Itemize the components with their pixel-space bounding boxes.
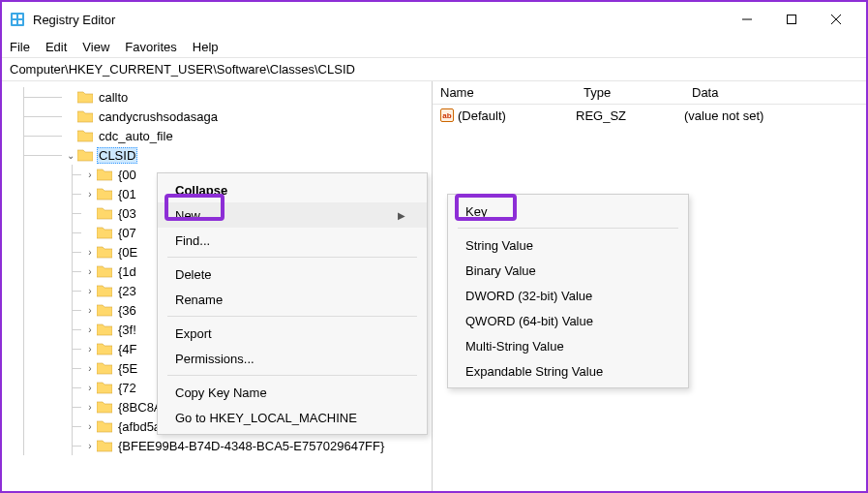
ctx-new-dword[interactable]: DWORD (32-bit) Value: [448, 283, 688, 308]
menu-file[interactable]: File: [10, 40, 30, 54]
ctx-goto-hklm[interactable]: Go to HKEY_LOCAL_MACHINE: [158, 405, 427, 430]
ctx-delete[interactable]: Delete: [158, 262, 427, 287]
maximize-button[interactable]: [769, 5, 814, 34]
minimize-button[interactable]: [725, 5, 769, 34]
svg-rect-3: [13, 20, 16, 24]
col-header-type[interactable]: Type: [576, 85, 684, 100]
tree-node-label: {BFEE99B4-B74D-4348-BCA5-E757029647FF}: [116, 439, 386, 453]
ctx-new-key[interactable]: Key: [448, 199, 688, 224]
tree-node[interactable]: callto: [12, 87, 432, 107]
ctx-collapse[interactable]: Collapse: [158, 177, 427, 202]
chevron-right-icon[interactable]: ›: [83, 363, 97, 374]
tree-node-label: CLSID: [97, 147, 137, 164]
chevron-right-icon[interactable]: ›: [83, 383, 97, 393]
menu-edit[interactable]: Edit: [45, 40, 67, 54]
folder-icon: [77, 129, 93, 142]
separator: [458, 228, 678, 229]
folder-icon: [97, 187, 112, 200]
tree-node-label: candycrushsodasaga: [97, 109, 220, 124]
ctx-new-multistring[interactable]: Multi-String Value: [448, 333, 688, 358]
window-controls: [725, 5, 858, 34]
tree-node-label: {00: [116, 168, 138, 182]
menu-bar: File Edit View Favorites Help: [2, 37, 866, 58]
chevron-right-icon[interactable]: ›: [83, 344, 97, 354]
folder-icon: [97, 361, 112, 375]
tree-node-label: {4F: [116, 342, 139, 356]
menu-view[interactable]: View: [82, 40, 109, 54]
tree-node[interactable]: candycrushsodasaga: [12, 107, 432, 126]
tree-node-label: {03: [116, 206, 138, 221]
address-bar[interactable]: Computer\HKEY_CURRENT_USER\Software\Clas…: [2, 58, 866, 81]
folder-icon: [97, 381, 112, 394]
ctx-copy-key-name[interactable]: Copy Key Name: [158, 380, 427, 405]
separator: [167, 375, 417, 376]
ctx-new-label: New: [175, 208, 200, 223]
tree-node-label: callto: [97, 90, 130, 105]
folder-icon: [97, 284, 112, 297]
tree-node-label: {72: [116, 381, 138, 395]
values-header: Name Type Data: [433, 81, 866, 105]
folder-icon: [97, 400, 112, 414]
address-path: Computer\HKEY_CURRENT_USER\Software\Clas…: [10, 62, 355, 77]
ctx-new-string[interactable]: String Value: [448, 232, 688, 258]
folder-icon: [97, 206, 112, 220]
chevron-right-icon[interactable]: ›: [83, 266, 97, 277]
tree-node-label: {01: [116, 187, 138, 201]
close-button[interactable]: [814, 5, 858, 34]
chevron-right-icon[interactable]: ›: [83, 441, 97, 451]
separator: [167, 257, 417, 258]
tree-node-label: cdc_auto_file: [97, 129, 175, 143]
folder-icon: [97, 245, 112, 259]
chevron-right-icon[interactable]: ›: [83, 169, 97, 180]
context-submenu-new: Key String Value Binary Value DWORD (32-…: [447, 194, 689, 388]
app-icon: [10, 12, 25, 27]
chevron-down-icon[interactable]: ⌄: [64, 150, 77, 161]
main-split: calltocandycrushsodasagacdc_auto_file⌄CL…: [2, 81, 866, 491]
ctx-find[interactable]: Find...: [158, 228, 427, 253]
ctx-new-expstring[interactable]: Expandable String Value: [448, 358, 688, 384]
svg-rect-6: [788, 15, 796, 24]
svg-rect-1: [13, 15, 16, 18]
window-title: Registry Editor: [33, 13, 115, 27]
values-body: ab(Default)REG_SZ(value not set): [433, 105, 866, 126]
chevron-right-icon[interactable]: ›: [83, 324, 97, 335]
ctx-new[interactable]: New ▶: [158, 202, 427, 228]
chevron-right-icon[interactable]: ›: [83, 421, 97, 432]
chevron-right-icon[interactable]: ›: [83, 189, 97, 200]
tree-node-label: {36: [116, 303, 138, 318]
menu-help[interactable]: Help: [193, 40, 219, 54]
folder-icon: [97, 226, 112, 239]
folder-icon: [97, 264, 112, 278]
ctx-new-qword[interactable]: QWORD (64-bit) Value: [448, 308, 688, 333]
tree-node[interactable]: ›{BFEE99B4-B74D-4348-BCA5-E757029647FF}: [12, 436, 432, 455]
tree-node[interactable]: cdc_auto_file: [12, 126, 432, 145]
chevron-right-icon[interactable]: ›: [83, 247, 97, 258]
folder-icon: [97, 168, 112, 181]
tree-node-label: {3f!: [116, 323, 138, 337]
menu-favorites[interactable]: Favorites: [125, 40, 176, 54]
value-row[interactable]: ab(Default)REG_SZ(value not set): [433, 105, 866, 126]
folder-icon: [97, 439, 112, 452]
col-header-data[interactable]: Data: [684, 85, 866, 100]
tree-node-label: {07: [116, 226, 138, 240]
chevron-right-icon[interactable]: ›: [83, 305, 97, 316]
title-bar: Registry Editor: [2, 2, 866, 37]
folder-icon: [97, 323, 112, 336]
folder-icon: [97, 419, 112, 433]
folder-icon: [77, 148, 93, 162]
tree-node[interactable]: ⌄CLSID: [12, 145, 432, 165]
ctx-permissions[interactable]: Permissions...: [158, 346, 427, 371]
svg-rect-4: [18, 20, 22, 24]
value-data: (value not set): [684, 108, 866, 123]
chevron-right-icon: ▶: [398, 210, 405, 221]
ctx-rename[interactable]: Rename: [158, 287, 427, 312]
value-name: (Default): [458, 108, 506, 123]
ctx-export[interactable]: Export: [158, 321, 427, 346]
folder-icon: [77, 109, 93, 123]
tree-node-label: {23: [116, 284, 138, 298]
ctx-new-binary[interactable]: Binary Value: [448, 258, 688, 283]
tree-node-label: {5E: [116, 361, 139, 376]
col-header-name[interactable]: Name: [433, 85, 576, 100]
chevron-right-icon[interactable]: ›: [83, 286, 97, 296]
chevron-right-icon[interactable]: ›: [83, 402, 97, 413]
